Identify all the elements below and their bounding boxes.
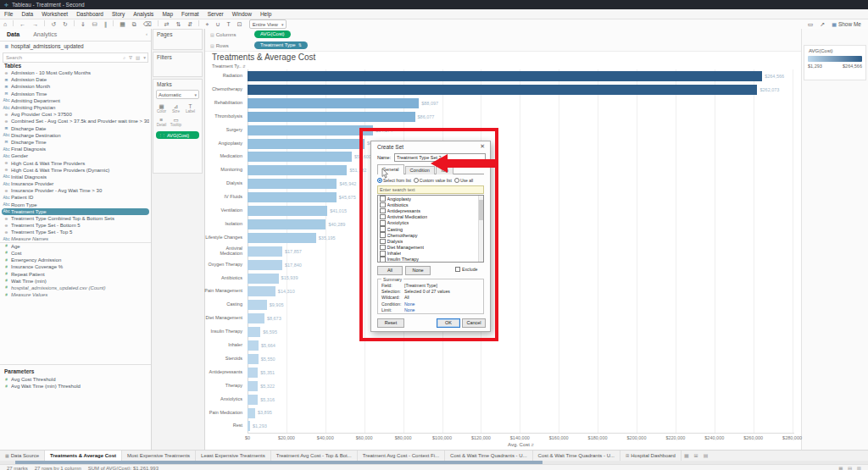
show-me-button[interactable]: ▦ Show Me bbox=[828, 21, 868, 27]
category-label[interactable]: Rehabilitation bbox=[203, 97, 245, 110]
field-item[interactable]: ⊞Admission Date bbox=[0, 76, 151, 83]
marks-pill-avg-cost[interactable]: ⋮⋮ AVG(Cost) bbox=[156, 131, 199, 139]
bar-mark[interactable] bbox=[248, 300, 267, 310]
bar-mark[interactable] bbox=[248, 152, 352, 162]
new-worksheet-icon[interactable]: ▦ bbox=[116, 20, 129, 29]
rows-shelf[interactable]: ▤Rows Treatment Type⇅ bbox=[205, 40, 801, 52]
swap-axes-icon[interactable]: ⇄ bbox=[161, 20, 173, 29]
back-icon[interactable]: ← bbox=[16, 20, 29, 29]
bar-mark[interactable] bbox=[248, 71, 762, 81]
field-item[interactable]: ⊖Treatment Type Set - Bottom 5 bbox=[0, 222, 151, 229]
field-item[interactable]: ⊖High Cost & Wait Time Providers (Dynami… bbox=[0, 167, 151, 174]
color-legend[interactable]: AVG(Cost) $1,293 $264,566 bbox=[804, 45, 866, 80]
category-label[interactable]: Rest bbox=[203, 419, 245, 433]
search-options-icon[interactable]: ⌕ bbox=[121, 55, 127, 61]
field-item[interactable]: ⊖Combined Set - Avg Cost > 37.5k and Pro… bbox=[0, 118, 151, 124]
menu-item-map[interactable]: Map bbox=[158, 9, 177, 19]
category-label[interactable]: Chemotherapy bbox=[203, 83, 245, 97]
datasource-item[interactable]: ≣hospital_admissions_updated bbox=[0, 41, 151, 52]
field-item[interactable]: #Repeat Patient bbox=[0, 270, 151, 277]
field-item[interactable]: AbcInsurance Provider bbox=[0, 180, 151, 187]
category-label[interactable]: Ventilation bbox=[203, 204, 245, 218]
bar-mark[interactable] bbox=[248, 98, 419, 108]
menu-item-data[interactable]: Data bbox=[17, 9, 37, 19]
highlight-icon[interactable]: ⌖ bbox=[202, 20, 212, 29]
field-item[interactable]: #Wait Time (min) bbox=[0, 278, 151, 285]
bar-mark[interactable] bbox=[248, 233, 316, 243]
menu-item-dashboard[interactable]: Dashboard bbox=[72, 9, 108, 19]
bar-mark[interactable] bbox=[248, 313, 264, 323]
field-item[interactable]: AbcTreatment Type bbox=[2, 208, 149, 215]
bar-mark[interactable] bbox=[248, 368, 258, 378]
field-item[interactable]: #Insurance Coverage % bbox=[0, 263, 151, 270]
category-label[interactable]: Therapy bbox=[203, 379, 245, 393]
category-label[interactable]: Radiation bbox=[203, 69, 245, 83]
sort-ascending-icon[interactable]: ⇅ bbox=[173, 20, 185, 29]
bar-mark[interactable] bbox=[248, 125, 373, 135]
category-label[interactable]: Casting bbox=[203, 298, 245, 312]
field-item[interactable]: AbcGender bbox=[0, 152, 151, 159]
bar-mark[interactable] bbox=[248, 340, 259, 351]
pause-updates-icon[interactable]: ∥ bbox=[101, 20, 111, 29]
category-label[interactable]: Insulin Therapy bbox=[203, 325, 245, 339]
bar-mark[interactable] bbox=[248, 139, 364, 149]
category-label[interactable]: Dialysis bbox=[203, 177, 245, 191]
add-data-icon[interactable]: ⛁ bbox=[89, 20, 101, 29]
field-item[interactable]: AbcAdmitting Department bbox=[0, 97, 151, 104]
category-label[interactable]: Oxygen Therapy bbox=[203, 258, 245, 272]
marks-button-tooltip[interactable]: ▭Tooltip bbox=[169, 115, 183, 129]
tableau-home-icon[interactable]: ⌂ bbox=[0, 20, 10, 29]
tab-analytics[interactable]: Analytics bbox=[26, 29, 64, 41]
filters-shelf[interactable]: Filters bbox=[153, 52, 203, 77]
category-label[interactable]: IV Fluids bbox=[203, 191, 245, 204]
fix-axes-icon[interactable]: ⊡ bbox=[234, 20, 246, 29]
bar-mark[interactable] bbox=[248, 112, 415, 122]
bar-mark[interactable] bbox=[248, 327, 260, 337]
menu-item-worksheet[interactable]: Worksheet bbox=[37, 9, 72, 19]
save-icon[interactable]: ⇓ bbox=[77, 20, 89, 29]
presentation-mode-icon[interactable]: ▭ bbox=[804, 20, 817, 29]
field-item[interactable]: AbcMeasure Names bbox=[0, 236, 151, 243]
status-view-icons[interactable]: ▦ ▤ ▥ bbox=[838, 466, 863, 470]
field-item[interactable]: ⊖High Cost & Wait Time Providers bbox=[0, 159, 151, 166]
sort-descending-icon[interactable]: ⇵ bbox=[185, 20, 197, 29]
field-item[interactable]: ⊞Discharge Date bbox=[0, 125, 151, 132]
columns-shelf[interactable]: ▤Columns AVG(Cost) bbox=[205, 29, 801, 41]
category-label[interactable]: Lifestyle Changes bbox=[203, 231, 245, 245]
bar-mark[interactable] bbox=[248, 85, 757, 95]
field-item[interactable]: ⊖Treatment Type Set - Top 5 bbox=[0, 229, 151, 235]
category-label[interactable]: Surgery bbox=[203, 124, 245, 137]
field-item[interactable]: ⊖Avg Provider Cost > 37500 bbox=[0, 111, 151, 118]
category-label[interactable]: Antiviral Medication bbox=[203, 245, 245, 258]
menu-item-story[interactable]: Story bbox=[108, 9, 129, 19]
redo-icon[interactable]: ↻ bbox=[59, 20, 71, 29]
row-field-header[interactable]: Treatment Ty.. ⇵ bbox=[212, 64, 246, 69]
category-label[interactable]: Thrombolysis bbox=[203, 110, 245, 124]
view-type-icon[interactable]: ▤ bbox=[134, 55, 142, 60]
category-label[interactable]: Pain Management bbox=[203, 285, 245, 298]
category-label[interactable]: Diet Management bbox=[203, 312, 245, 325]
bar-mark[interactable] bbox=[248, 381, 258, 391]
bar-mark[interactable] bbox=[248, 286, 275, 296]
field-item[interactable]: ⊞Admission Month bbox=[0, 83, 151, 90]
menu-item-format[interactable]: Format bbox=[177, 9, 203, 19]
x-axis-title[interactable]: Avg. Cost ⇵ bbox=[248, 442, 794, 447]
field-item[interactable]: #Emergency Admission bbox=[0, 257, 151, 263]
field-item[interactable]: AbcAdmitting Physician bbox=[0, 104, 151, 111]
marks-button-detail[interactable]: ≡Detail bbox=[154, 115, 169, 129]
parameter-item[interactable]: #Avg Cost Threshold bbox=[0, 376, 151, 383]
field-item[interactable]: AbcPatient ID bbox=[0, 194, 151, 201]
category-label[interactable]: Antibiotics bbox=[203, 272, 245, 285]
pages-shelf[interactable]: Pages bbox=[153, 29, 203, 50]
bar-mark[interactable] bbox=[248, 408, 255, 418]
bar-mark[interactable] bbox=[248, 219, 326, 229]
duplicate-icon[interactable]: ⧉ bbox=[129, 20, 140, 29]
field-item[interactable]: ⊖Insurance Provider - Avg Wait Time > 30 bbox=[0, 187, 151, 194]
category-label[interactable]: Pain Medication bbox=[203, 406, 245, 420]
bar-mark[interactable] bbox=[248, 206, 327, 216]
collapse-pane-icon[interactable]: ‹ bbox=[146, 29, 151, 41]
legend-gradient[interactable] bbox=[808, 56, 862, 62]
category-label[interactable]: Anxiolytics bbox=[203, 393, 245, 406]
group-members-icon[interactable]: ∪ bbox=[212, 20, 223, 29]
bar-mark[interactable] bbox=[248, 246, 282, 257]
